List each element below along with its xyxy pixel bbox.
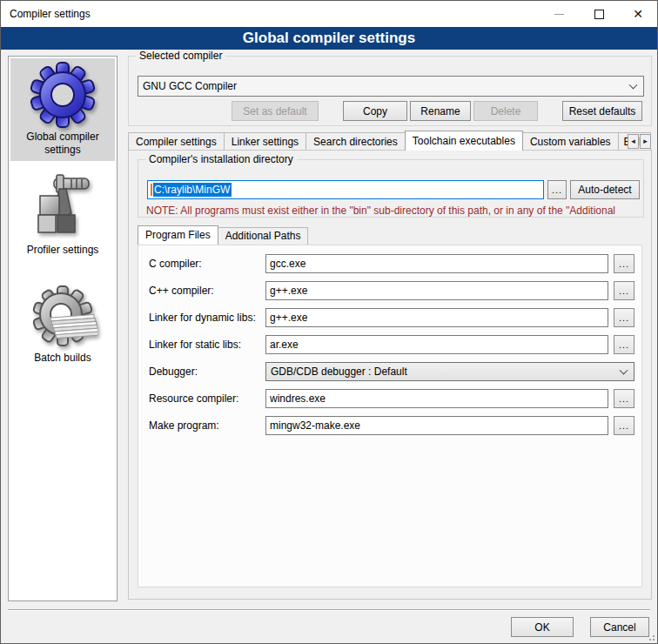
linker-static-input[interactable] (265, 335, 608, 354)
close-icon: ✕ (633, 8, 643, 20)
browse-directory-button[interactable]: ... (547, 180, 567, 199)
linker-dynamic-browse-button[interactable]: ... (614, 308, 634, 327)
toolchain-executables-page: Compiler's installation directory C:\ray… (128, 150, 652, 600)
sidebar-item-label: Global compiler settings (10, 130, 115, 157)
installation-directory-input[interactable]: C:\raylib\MinGW (147, 180, 544, 199)
installation-note: NOTE: All programs must exist either in … (146, 205, 649, 217)
tab-compiler-settings[interactable]: Compiler settings (128, 132, 225, 151)
cpp-compiler-input[interactable] (265, 281, 608, 300)
linker-static-browse-button[interactable]: ... (614, 335, 634, 354)
program-files-tabs: Program Files Additional Paths (138, 225, 307, 245)
main-tabs: Compiler settings Linker settings Search… (128, 131, 652, 151)
reset-defaults-button[interactable]: Reset defaults (562, 101, 642, 121)
ok-button[interactable]: OK (511, 617, 574, 637)
copy-button[interactable]: Copy (343, 101, 407, 121)
debugger-label: Debugger: (149, 362, 264, 381)
linker-dynamic-label: Linker for dynamic libs: (149, 308, 264, 327)
debugger-select-value: GDB/CDB debugger : Default (271, 366, 407, 378)
make-program-input[interactable] (265, 416, 608, 435)
selected-compiler-group: Selected compiler GNU GCC Compiler Set a… (128, 56, 652, 126)
tab-search-directories[interactable]: Search directories (306, 132, 406, 151)
footer-divider (8, 609, 650, 611)
minimize-button[interactable] (540, 1, 577, 27)
cancel-button[interactable]: Cancel (590, 617, 649, 637)
delete-button[interactable]: Delete (473, 101, 538, 121)
dialog-header: Global compiler settings (1, 27, 657, 50)
tab-program-files[interactable]: Program Files (138, 225, 218, 245)
c-compiler-input[interactable] (265, 254, 608, 273)
resource-compiler-browse-button[interactable]: ... (614, 389, 634, 408)
compiler-actions: Set as default Copy Rename Delete Reset … (138, 101, 642, 121)
tab-custom-variables[interactable]: Custom variables (522, 132, 619, 151)
sidebar-item-label: Profiler settings (10, 243, 115, 257)
profiler-caliper-icon (28, 173, 97, 243)
chevron-down-icon (620, 366, 628, 375)
tab-linker-settings[interactable]: Linker settings (224, 132, 306, 151)
selected-compiler-legend: Selected compiler (136, 50, 225, 62)
sidebar-item-label: Batch builds (10, 351, 115, 365)
make-program-browse-button[interactable]: ... (614, 416, 634, 435)
compiler-select-value: GNU GCC Compiler (143, 80, 237, 92)
resource-compiler-label: Resource compiler: (149, 389, 264, 408)
cpp-compiler-browse-button[interactable]: ... (614, 281, 634, 300)
maximize-icon (594, 10, 604, 19)
batch-builds-gear-icon (28, 281, 97, 351)
resize-grip-icon[interactable] (646, 632, 655, 641)
sidebar-item-batch-builds[interactable]: Batch builds (10, 279, 115, 365)
program-files-page: C compiler: ... C++ compiler: ... Linker… (138, 245, 642, 587)
linker-static-label: Linker for static libs: (149, 335, 264, 354)
linker-dynamic-input[interactable] (265, 308, 608, 327)
make-program-label: Make program: (149, 416, 264, 435)
chevron-down-icon (629, 81, 638, 90)
tab-additional-paths[interactable]: Additional Paths (218, 227, 309, 245)
compiler-select[interactable]: GNU GCC Compiler (138, 76, 644, 97)
tab-scroll-right-button[interactable]: ▸ (640, 134, 651, 149)
cpp-compiler-label: C++ compiler: (149, 281, 264, 300)
window-title: Compiler settings (10, 1, 91, 27)
maximize-button[interactable] (581, 1, 617, 27)
close-button[interactable]: ✕ (620, 1, 656, 27)
title-bar[interactable]: Compiler settings ✕ (1, 1, 657, 27)
settings-category-list: Global compiler settings (8, 56, 118, 601)
blue-gear-icon (28, 60, 97, 130)
c-compiler-browse-button[interactable]: ... (614, 254, 634, 273)
c-compiler-label: C compiler: (149, 254, 264, 273)
auto-detect-button[interactable]: Auto-detect (570, 180, 640, 199)
resource-compiler-input[interactable] (265, 389, 608, 408)
compiler-settings-dialog: Compiler settings ✕ Global compiler sett… (0, 0, 658, 644)
installation-directory-value: C:\raylib\MinGW (153, 183, 232, 197)
debugger-select[interactable]: GDB/CDB debugger : Default (265, 362, 634, 381)
installation-directory-legend: Compiler's installation directory (145, 153, 297, 165)
tab-scroll-left-button[interactable]: ◂ (628, 134, 639, 149)
rename-button[interactable]: Rename (410, 101, 471, 121)
set-as-default-button[interactable]: Set as default (232, 101, 319, 121)
minimize-icon (554, 14, 564, 15)
text-caret (151, 184, 152, 196)
sidebar-item-profiler-settings[interactable]: Profiler settings (10, 171, 115, 257)
tab-toolchain-executables[interactable]: Toolchain executables (405, 131, 523, 151)
sidebar-item-global-compiler-settings[interactable]: Global compiler settings (10, 58, 115, 161)
